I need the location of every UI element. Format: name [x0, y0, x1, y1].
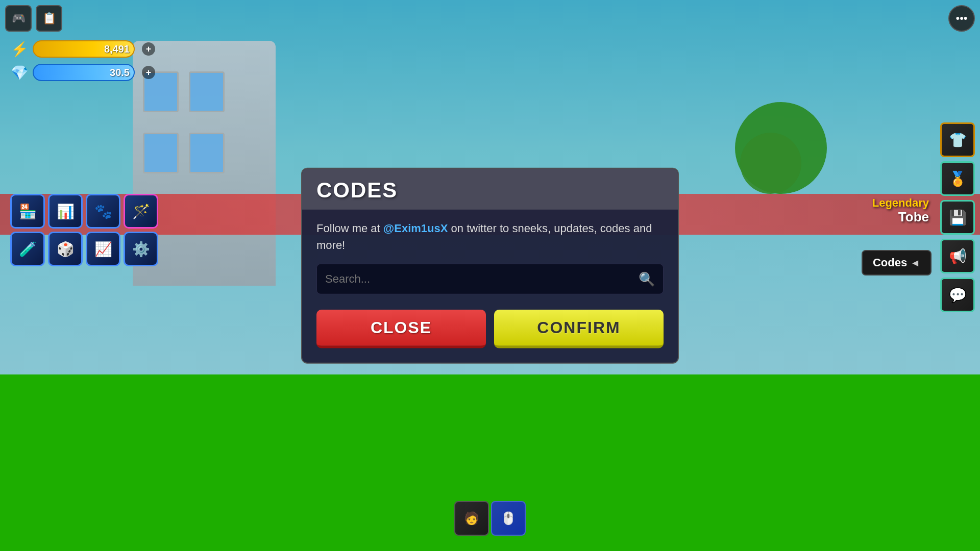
clothing-button[interactable]: 👕	[940, 122, 975, 157]
hud-container: ⚡ 8,491 + 💎 30.5 +	[10, 40, 155, 82]
home-icon-btn[interactable]: 🎮	[5, 5, 32, 32]
gems-bar: 💎 30.5 +	[10, 63, 155, 82]
menu-button[interactable]: •••	[948, 5, 975, 32]
window	[189, 71, 225, 112]
right-sidebar: 👕 🏅 💾 📢 💬	[940, 122, 975, 312]
codes-button[interactable]: Codes ◄	[862, 250, 932, 276]
energy-bar: ⚡ 8,491 +	[10, 40, 155, 58]
window	[143, 133, 179, 173]
pets-button[interactable]: 🐾	[86, 194, 120, 229]
magic-button[interactable]: 🪄	[124, 194, 158, 229]
clipboard-icon: 📋	[42, 12, 56, 25]
bottom-center-icons: 🧑 🖱️	[454, 501, 526, 536]
dice-button[interactable]: 🎲	[48, 232, 83, 266]
confirm-button[interactable]: CONFIRM	[494, 310, 664, 348]
codes-modal: CODES Follow me at @Exim1usX on twitter …	[301, 168, 679, 364]
codes-arrow-icon: ◄	[910, 257, 920, 269]
tree-right-2	[740, 133, 801, 194]
twitter-handle: @Exim1usX	[383, 222, 448, 235]
description-prefix: Follow me at	[316, 222, 383, 235]
legendary-name: Tobe	[898, 209, 929, 225]
search-input[interactable]	[325, 272, 639, 286]
modal-header: CODES	[302, 169, 678, 210]
potion-button[interactable]: 🧪	[10, 232, 45, 266]
stats-button[interactable]: 📊	[48, 194, 83, 229]
dots-icon: •••	[955, 12, 967, 25]
roblox-icon: 🎮	[12, 12, 26, 25]
cursor-icon-btn[interactable]: 🖱️	[491, 501, 526, 536]
broadcast-button[interactable]: 📢	[940, 239, 975, 273]
gems-plus-button[interactable]: +	[142, 66, 155, 79]
codes-label: Codes	[873, 256, 907, 269]
energy-track: 8,491	[33, 40, 135, 58]
save-button[interactable]: 💾	[940, 200, 975, 235]
shop-button[interactable]: 🏪	[10, 194, 45, 229]
energy-plus-button[interactable]: +	[142, 42, 155, 56]
lightning-icon: ⚡	[10, 40, 29, 58]
modal-description: Follow me at @Exim1usX on twitter to sne…	[316, 220, 664, 254]
medal-button[interactable]: 🏅	[940, 161, 975, 196]
action-grid: 🏪 📊 🐾 🪄 🧪 🎲 📈 ⚙️	[10, 194, 158, 266]
search-icon: 🔍	[639, 271, 655, 287]
modal-title: CODES	[316, 178, 664, 203]
gems-value: 30.5	[110, 67, 130, 79]
top-left-icons: 🎮 📋	[5, 5, 62, 32]
chart-button[interactable]: 📈	[86, 232, 120, 266]
energy-value: 8,491	[104, 43, 130, 55]
close-button[interactable]: CLOSE	[316, 310, 486, 348]
gems-track: 30.5	[33, 64, 135, 81]
window	[189, 133, 225, 173]
search-row: 🔍	[316, 264, 664, 294]
modal-buttons: CLOSE CONFIRM	[316, 310, 664, 348]
character-icon-btn[interactable]: 🧑	[454, 501, 489, 536]
settings-button[interactable]: ⚙️	[124, 232, 158, 266]
modal-body: Follow me at @Exim1usX on twitter to sne…	[302, 210, 678, 363]
clipboard-icon-btn[interactable]: 📋	[36, 5, 62, 32]
chat-button[interactable]: 💬	[940, 278, 975, 312]
gem-icon: 💎	[10, 63, 29, 82]
legendary-label: Legendary	[872, 196, 929, 210]
